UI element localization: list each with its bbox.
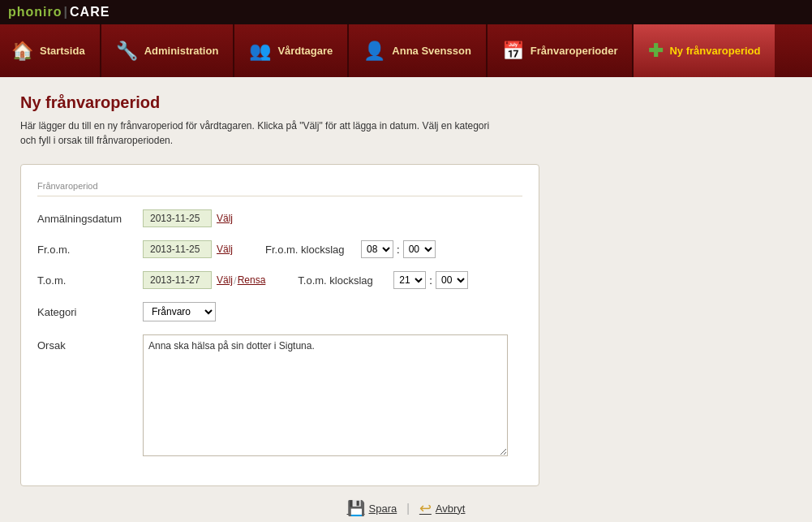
save-icon: 💾 [347,499,365,517]
tom-klockslag-label: T.o.m. klockslag [298,274,387,287]
orsak-textarea[interactable]: Anna ska hälsa på sin dotter i Sigtuna. [143,334,508,456]
nav-item-franvaroperioder[interactable]: 📅 Frånvaroperioder [488,24,633,77]
nav-label-vardtagare: Vårdtagare [277,45,333,57]
from-row: Fr.o.m. 2013-11-25 Välj Fr.o.m. klocksla… [37,240,522,258]
anmälningsdatum-label: Anmälningsdatum [37,213,143,225]
from-time-group: 08 : 00 [361,240,436,258]
panel-title: Frånvaroperiod [37,181,522,196]
save-label: Spara [369,503,397,515]
kategori-select[interactable]: Frånvaro Sjukdom Semester Övrigt [143,302,216,321]
tom-hour-select[interactable]: 21 [393,271,426,289]
anmälningsdatum-value: 2013-11-25 [143,209,212,227]
from-minute-select[interactable]: 00 [403,240,436,258]
main-content: Ny frånvaroperiod Här lägger du till en … [0,77,812,522]
calendar-icon: 📅 [502,41,524,62]
kategori-row: Kategori Frånvaro Sjukdom Semester Övrig… [37,302,522,321]
nav-item-anna-svensson[interactable]: 👤 Anna Svensson [349,24,486,77]
logo-pipe: | [64,5,68,19]
tom-klockslag-group: T.o.m. klockslag 21 : 00 [298,271,468,289]
nav-label-ny-franvaroperiod: Ny frånvaroperiod [669,45,760,57]
home-icon: 🏠 [11,41,33,62]
logo-phoniro: phoniro [8,5,62,19]
kategori-label: Kategori [37,306,143,318]
time-colon-tom: : [429,274,432,287]
from-value: 2013-11-25 [143,240,212,258]
plus-icon: ✚ [648,41,663,62]
app-logo: phoniro|CARE [8,5,110,19]
orsak-label: Orsak [37,334,143,352]
nav-label-franvaroperioder: Frånvaroperioder [531,45,618,57]
anmälningsdatum-row: Anmälningsdatum 2013-11-25 Välj [37,209,522,227]
from-label: Fr.o.m. [37,244,143,256]
app-header: phoniro|CARE [0,0,812,24]
tom-rensa-link[interactable]: Rensa [238,274,266,286]
nav-item-ny-franvaroperiod[interactable]: ✚ Ny frånvaroperiod [634,24,775,77]
main-nav: 🏠 Startsida 🔧 Administration 👥 Vårdtagar… [0,24,812,77]
nav-item-startsida[interactable]: 🏠 Startsida [0,24,100,77]
from-valj-link[interactable]: Välj [217,244,233,255]
actions-separator: | [406,502,410,515]
cancel-label: Avbryt [436,503,466,515]
from-klockslag-label: Fr.o.m. klockslag [265,244,354,256]
tom-value: 2013-11-27 [143,271,212,289]
footer-actions: 💾 Spara | ↩ Avbryt [20,486,792,522]
nav-item-administration[interactable]: 🔧 Administration [101,24,234,77]
tom-label: T.o.m. [37,274,143,287]
from-hour-select[interactable]: 08 [361,240,393,258]
time-colon-from: : [397,244,400,256]
from-klockslag-group: Fr.o.m. klockslag 08 : 00 [265,240,436,258]
page-description: Här lägger du till en ny frånvaroperiod … [20,119,491,148]
user-icon: 👤 [363,41,385,62]
anmälningsdatum-valj-link[interactable]: Välj [217,213,233,224]
users-icon: 👥 [249,41,271,62]
logo-care: CARE [70,5,110,19]
cancel-button[interactable]: ↩ Avbryt [419,499,466,517]
nav-label-startsida: Startsida [40,45,85,57]
tools-icon: 🔧 [116,41,138,62]
form-panel: Frånvaroperiod Anmälningsdatum 2013-11-2… [20,164,539,486]
save-button[interactable]: 💾 Spara [347,499,397,517]
page-title: Ny frånvaroperiod [20,93,792,112]
nav-label-administration: Administration [144,45,219,57]
tom-row: T.o.m. 2013-11-27 Välj/Rensa T.o.m. kloc… [37,271,522,289]
tom-minute-select[interactable]: 00 [436,271,468,289]
tom-time-group: 21 : 00 [393,271,468,289]
nav-item-vardtagare[interactable]: 👥 Vårdtagare [234,24,347,77]
tom-valj-link[interactable]: Välj [217,274,233,286]
cancel-icon: ↩ [419,499,432,517]
orsak-row: Orsak Anna ska hälsa på sin dotter i Sig… [37,334,522,456]
nav-label-anna-svensson: Anna Svensson [392,45,471,57]
tom-slash: / [234,274,237,287]
